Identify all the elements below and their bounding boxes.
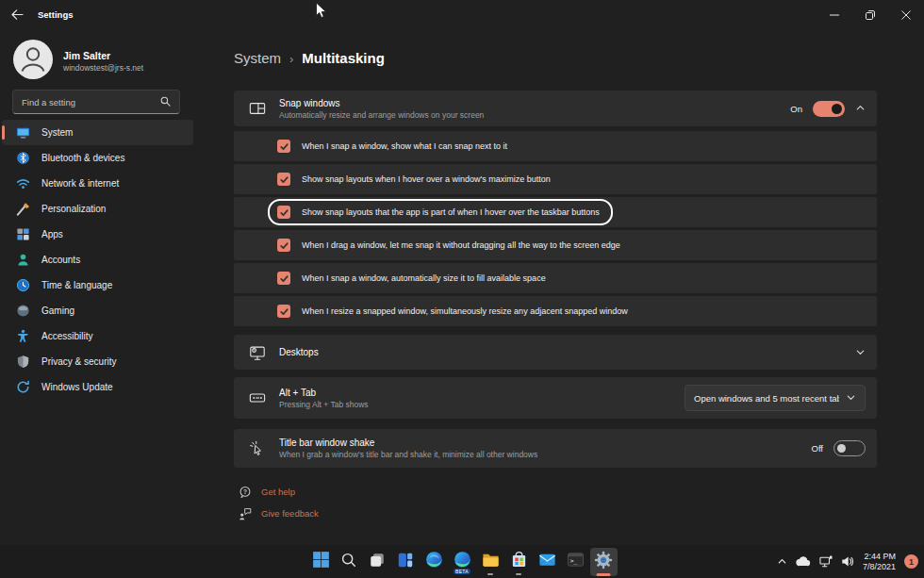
- mouse-cursor: [315, 2, 327, 24]
- restore-button[interactable]: [852, 0, 888, 30]
- snap-option-label: When I drag a window, let me snap it wit…: [302, 240, 620, 250]
- snap-option-row-show-snap-layouts-that-the-app-is-part-of-when-i-hover-over-the-taskbar-buttons[interactable]: Show snap layouts that the app is part o…: [234, 197, 877, 227]
- close-button[interactable]: [888, 0, 924, 30]
- breadcrumb-parent[interactable]: System: [234, 50, 281, 66]
- accessibility-icon: [16, 329, 30, 343]
- back-button[interactable]: [11, 8, 28, 22]
- tray-date: 7/8/2021: [863, 562, 896, 572]
- sidebar-item-apps[interactable]: Apps: [2, 222, 193, 247]
- user-profile[interactable]: Jim Salter windowstest@jrs-s.net: [13, 40, 143, 83]
- snap-option-row-show-snap-layouts-when-i-hover-over-a-window-s-maximize-button[interactable]: Show snap layouts when I hover over a wi…: [234, 164, 877, 194]
- apps-icon: [16, 227, 30, 241]
- sidebar-item-bluetooth-devices[interactable]: Bluetooth & devices: [2, 145, 193, 171]
- snap-option-row-when-i-drag-a-window-let-me-snap-it-without-dragging-all-the-way-to-the-screen-edge[interactable]: When I drag a window, let me snap it wit…: [234, 230, 877, 260]
- taskbar-app-microsoft-store[interactable]: [505, 548, 533, 576]
- snap-option-row-when-i-snap-a-window-automatically-size-it-to-fill-available-space[interactable]: When I snap a window, automatically size…: [234, 263, 877, 293]
- user-email: windowstest@jrs-s.net: [63, 63, 143, 73]
- shake-toggle-label: Off: [812, 443, 824, 454]
- window-title: Settings: [38, 9, 73, 20]
- alt-tab-dropdown[interactable]: Open windows and 5 most recent tabs in M: [685, 385, 866, 411]
- taskbar-app-widgets[interactable]: [392, 548, 420, 576]
- sidebar-item-accounts[interactable]: Accounts: [2, 247, 193, 272]
- file-explorer-icon: [482, 551, 500, 572]
- taskbar-search-icon: [340, 552, 357, 572]
- sidebar-item-gaming[interactable]: Gaming: [2, 298, 193, 323]
- search-input[interactable]: [22, 97, 160, 107]
- checkbox-checked[interactable]: [277, 272, 290, 285]
- start-icon: [312, 551, 330, 572]
- checkbox-checked[interactable]: [277, 173, 290, 186]
- taskbar-app-file-explorer[interactable]: [477, 548, 504, 576]
- search-box[interactable]: [12, 90, 180, 114]
- volume-icon[interactable]: [841, 555, 854, 568]
- sidebar-item-label: System: [41, 127, 73, 138]
- snap-option-row-when-i-snap-a-window-show-what-i-can-snap-next-to-it[interactable]: When I snap a window, show what I can sn…: [234, 131, 877, 161]
- desktops-row[interactable]: Desktops: [234, 335, 877, 370]
- network-tray-icon[interactable]: [819, 555, 833, 568]
- checkbox-checked[interactable]: [277, 206, 290, 219]
- clock[interactable]: 2:44 PM 7/8/2021: [863, 552, 896, 572]
- sidebar-nav: System Bluetooth & devices Network & int…: [2, 120, 193, 400]
- sidebar: Jim Salter windowstest@jrs-s.net System …: [0, 30, 231, 545]
- sidebar-item-accessibility[interactable]: Accessibility: [2, 323, 193, 349]
- desktops-title: Desktops: [279, 347, 319, 357]
- taskbar-app-start[interactable]: [307, 548, 335, 576]
- taskbar-app-terminal[interactable]: >_: [562, 548, 589, 576]
- taskbar-apps: BETA >_: [306, 545, 618, 578]
- title-bar-shake-icon: [249, 440, 266, 457]
- snap-windows-row[interactable]: Snap windows Automatically resize and ar…: [234, 91, 877, 126]
- snap-option-label: Show snap layouts when I hover over a wi…: [302, 174, 551, 184]
- taskbar-app-search[interactable]: [336, 548, 363, 576]
- tray-time: 2:44 PM: [863, 552, 896, 562]
- alt-tab-subtitle: Pressing Alt + Tab shows: [279, 400, 369, 409]
- system-tray: 2:44 PM 7/8/2021 1: [777, 545, 918, 578]
- settings-gear-icon: [594, 551, 613, 573]
- checkbox-checked[interactable]: [277, 305, 290, 318]
- taskbar-app-mail[interactable]: [534, 548, 561, 576]
- sidebar-item-label: Privacy & security: [41, 356, 116, 367]
- taskbar-app-settings[interactable]: [590, 548, 618, 576]
- chevron-up-icon[interactable]: [855, 100, 866, 117]
- sidebar-item-label: Accounts: [41, 255, 80, 265]
- taskbar-app-task-view[interactable]: [364, 548, 391, 576]
- search-icon: [160, 93, 171, 110]
- snap-option-label: Show snap layouts that the app is part o…: [302, 207, 600, 217]
- footer-links: ? Get help Give feedback: [239, 485, 319, 520]
- snap-option-row-when-i-resize-a-snapped-window-simultaneously-resize-any-adjacent-snapped-window[interactable]: When I resize a snapped window, simultan…: [234, 296, 877, 326]
- bluetooth-icon: [16, 151, 30, 165]
- sidebar-item-personalization[interactable]: Personalization: [2, 196, 193, 222]
- breadcrumb: System › Multitasking: [234, 50, 385, 66]
- minimize-button[interactable]: [817, 0, 852, 30]
- sidebar-item-label: Accessibility: [41, 331, 92, 341]
- sidebar-item-time-language[interactable]: Time & language: [2, 272, 193, 298]
- chevron-up-icon[interactable]: [777, 556, 787, 567]
- task-view-icon: [369, 552, 386, 572]
- snap-windows-subtitle: Automatically resize and arrange windows…: [279, 110, 484, 120]
- page-title: Multitasking: [302, 50, 385, 66]
- sidebar-item-network-internet[interactable]: Network & internet: [2, 171, 193, 196]
- onedrive-cloud-icon[interactable]: [796, 556, 811, 567]
- snap-windows-toggle[interactable]: [813, 101, 845, 117]
- chevron-down-icon[interactable]: [855, 344, 866, 361]
- alt-tab-dropdown-value: Open windows and 5 most recent tabs in M: [694, 393, 839, 404]
- chevron-down-icon: [846, 389, 856, 406]
- footer-link-give-feedback[interactable]: Give feedback: [239, 506, 319, 520]
- sidebar-item-windows-update[interactable]: Windows Update: [2, 374, 193, 400]
- checkbox-checked[interactable]: [277, 239, 290, 252]
- footer-link-get-help[interactable]: ? Get help: [239, 485, 319, 499]
- sidebar-item-label: Bluetooth & devices: [41, 153, 124, 163]
- privacy-icon: [16, 355, 30, 369]
- sidebar-item-system[interactable]: System: [2, 120, 193, 145]
- taskbar-app-edge-beta[interactable]: BETA: [449, 548, 476, 576]
- taskbar-app-edge[interactable]: [421, 548, 448, 576]
- checkbox-checked[interactable]: [277, 140, 290, 153]
- title-bar-shake-toggle[interactable]: [833, 440, 866, 456]
- desktops-icon: [249, 344, 266, 361]
- notification-badge[interactable]: 1: [904, 554, 918, 569]
- alt-tab-title: Alt + Tab: [279, 388, 369, 398]
- sidebar-item-privacy-security[interactable]: Privacy & security: [2, 349, 193, 374]
- title-bar-shake-title: Title bar window shake: [279, 438, 537, 448]
- network-icon: [16, 176, 30, 190]
- title-bar-shake-row: Title bar window shake When I grab a win…: [234, 429, 877, 468]
- taskbar: BETA >_ 2:44 PM 7/8/2021: [0, 545, 924, 578]
